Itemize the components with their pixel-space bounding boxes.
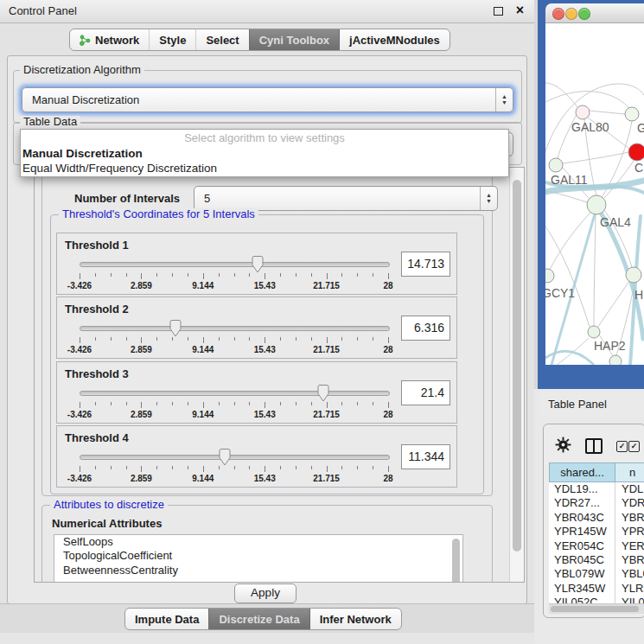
network-node-gcy1[interactable] (545, 269, 554, 283)
network-node-ga[interactable] (625, 107, 639, 121)
table-row[interactable]: YBR045CYBR0 (549, 553, 644, 567)
table-cell-name[interactable]: YBL0 (615, 567, 644, 581)
network-edge[interactable] (594, 214, 596, 326)
table-cell-name[interactable]: YER0 (615, 539, 644, 553)
slider-track[interactable] (80, 262, 390, 267)
table-cell-name[interactable]: YBR0 (615, 511, 644, 525)
float-icon[interactable] (494, 7, 503, 16)
table-row[interactable]: YER054CYER0 (549, 539, 644, 553)
algorithm-combobox[interactable]: Manual Discretization ▲▼ (22, 87, 513, 112)
table-row[interactable]: YBR043CYBR0 (549, 511, 644, 525)
network-node-gal4[interactable] (587, 195, 606, 214)
table-cell-shared-name[interactable]: YBL079W (549, 567, 615, 581)
list-scrollbar-thumb[interactable] (452, 539, 460, 583)
network-node[interactable] (609, 355, 622, 365)
tick-mark (311, 402, 312, 405)
checkbox-icon[interactable]: ✓ (628, 441, 640, 452)
tick-mark (172, 273, 173, 277)
tick-mark (249, 337, 250, 341)
table-cell-name[interactable]: YDL1 (615, 482, 644, 496)
network-node-gal80[interactable] (576, 105, 590, 119)
network-edge[interactable] (550, 213, 590, 270)
table-hscrollbar-thumb[interactable] (551, 606, 639, 612)
spinner-down-arrow: ▼ (501, 100, 507, 105)
tick-mark (156, 337, 157, 341)
table-row[interactable]: YDL19...YDL1 (549, 482, 644, 496)
network-edge[interactable] (604, 161, 634, 198)
tab-style[interactable]: Style (149, 29, 195, 50)
network-node-h[interactable] (626, 267, 641, 283)
network-edge[interactable] (563, 152, 628, 163)
table-cell-shared-name[interactable]: YBR043C (549, 511, 615, 525)
threshold-value-field[interactable]: 21.4 (401, 380, 450, 405)
table-cell-shared-name[interactable]: YDL19... (549, 482, 615, 496)
dropdown-options: Manual DiscretizationEqual Width/Frequen… (21, 146, 508, 175)
table-cell-shared-name[interactable]: YBR045C (549, 553, 615, 567)
network-window-titlebar[interactable] (545, 3, 644, 23)
column-header-shared[interactable]: shared... (549, 462, 615, 482)
bottom-tab-discretize-data[interactable]: Discretize Data (208, 609, 309, 629)
network-node-c[interactable] (628, 143, 644, 161)
slider-thumb[interactable] (169, 319, 182, 338)
zoom-traffic-light[interactable] (578, 8, 590, 20)
split-view-icon[interactable] (585, 438, 603, 454)
threshold-value-field[interactable]: 11.344 (401, 444, 450, 469)
numerical-attributes-list[interactable]: SelfLoopsTopologicalCoefficientBetweenne… (54, 534, 463, 583)
list-item-selfloops[interactable]: SelfLoops (54, 535, 462, 549)
table-cell-shared-name[interactable]: YDR27... (549, 496, 615, 510)
column-header-name[interactable]: n (615, 462, 644, 482)
network-node-gal11[interactable] (549, 158, 563, 172)
network-edge[interactable] (598, 281, 629, 327)
slider-thumb[interactable] (251, 255, 265, 274)
threshold-value-field[interactable]: 14.713 (401, 252, 450, 277)
tick-mark (219, 402, 220, 405)
table-row[interactable]: YPR145WYPR1 (549, 525, 644, 539)
table-cell-name[interactable]: YLR3 (615, 582, 644, 596)
network-edge[interactable] (590, 111, 625, 114)
network-node-hap2[interactable] (588, 326, 600, 338)
table-cell-name[interactable]: YDR2 (615, 496, 644, 510)
stepper-icon[interactable]: ▲▼ (495, 88, 513, 112)
network-canvas[interactable]: GAL80GACGAL11GAL4GCY1HHAP2 (545, 23, 644, 365)
table-cell-name[interactable]: YPR1 (615, 525, 644, 539)
table-row[interactable]: YLR345WYLR3 (549, 582, 644, 596)
apply-button[interactable]: Apply (234, 583, 296, 603)
slider-track[interactable] (80, 326, 390, 331)
slider-track[interactable] (80, 455, 390, 460)
dropdown-option-equal-width-frequency-discretization[interactable]: Equal Width/Frequency Discretization (21, 161, 508, 175)
minimize-traffic-light[interactable] (565, 8, 577, 20)
gear-icon[interactable] (555, 437, 571, 456)
tick-label: 15.43 (254, 281, 276, 290)
list-item-topologicalcoefficient[interactable]: TopologicalCoefficient (54, 549, 462, 563)
stepper-icon[interactable]: ▲▼ (480, 187, 497, 210)
tick-label: 9.144 (192, 474, 214, 483)
slider-thumb[interactable] (218, 448, 232, 467)
bottom-tab-infer-network[interactable]: Infer Network (309, 609, 401, 629)
bottom-tab-impute-data[interactable]: Impute Data (125, 609, 208, 629)
tick-mark (172, 402, 173, 405)
tab-jactivemnodules[interactable]: jActiveMNodules (339, 29, 450, 50)
slider-ticks (80, 402, 388, 409)
node-label: GAL80 (571, 120, 609, 134)
table-cell-shared-name[interactable]: YER054C (549, 539, 615, 553)
pane-scrollbar-thumb[interactable] (513, 180, 521, 552)
threshold-value-field[interactable]: 6.316 (401, 316, 450, 341)
checkbox-icon[interactable]: ✓ (616, 441, 628, 452)
table-hscrollbar-track[interactable] (549, 603, 644, 614)
table-row[interactable]: YDR27...YDR2 (549, 496, 644, 510)
algorithm-group-title: Discretization Algorithm (20, 64, 144, 76)
dropdown-option-manual-discretization[interactable]: Manual Discretization (21, 146, 508, 161)
tab-select[interactable]: Select (195, 29, 248, 50)
table-cell-name[interactable]: YBR0 (615, 553, 644, 567)
table-row[interactable]: YBL079WYBL0 (549, 567, 644, 581)
tab-network[interactable]: Network (70, 29, 149, 50)
slider-track[interactable] (80, 391, 390, 396)
close-icon[interactable]: × (516, 3, 524, 18)
table-cell-shared-name[interactable]: YPR145W (549, 525, 615, 539)
close-traffic-light[interactable] (552, 8, 564, 20)
list-item-betweennesscentrality[interactable]: BetweennessCentrality (54, 564, 462, 577)
tab-cyni-toolbox[interactable]: Cyni Toolbox (249, 29, 339, 50)
pane-scrollbar-track[interactable] (509, 168, 524, 582)
table-cell-shared-name[interactable]: YLR345W (549, 582, 615, 596)
slider-thumb[interactable] (316, 384, 330, 403)
